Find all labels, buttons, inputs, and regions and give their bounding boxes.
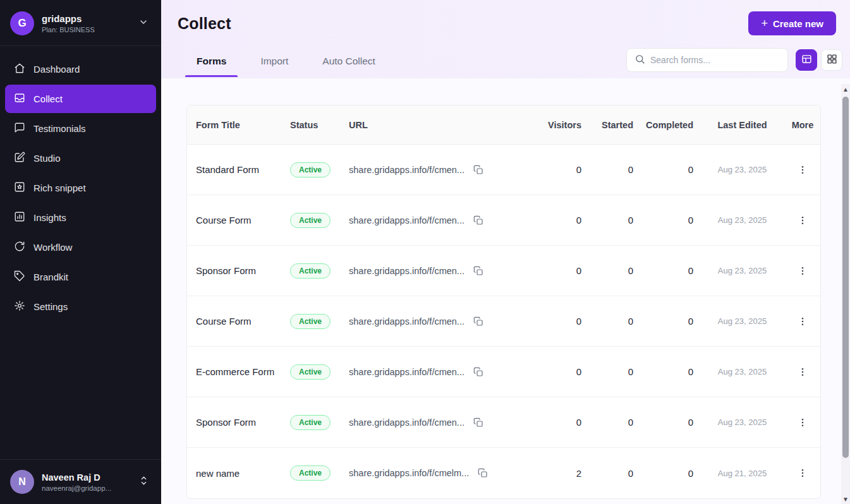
table-row[interactable]: Course Form Active share.gridapps.info/f… [187, 296, 820, 347]
sidebar-item-testimonials[interactable]: Testimonials [5, 114, 156, 143]
column-header-completed: Completed [640, 120, 700, 130]
more-cell [785, 212, 820, 229]
tabs-row: Forms Import Auto Collect [161, 44, 850, 78]
tag-icon [14, 270, 25, 284]
status-cell: Active [286, 314, 345, 329]
user-account[interactable]: N Naveen Raj D naveenraj@gridapp... [0, 459, 161, 504]
form-title-cell: Sponsor Form [187, 417, 286, 428]
create-new-button[interactable]: + Create new [748, 11, 836, 35]
scroll-up-icon[interactable]: ▲ [841, 84, 850, 94]
status-badge: Active [290, 465, 331, 481]
sidebar-item-collect[interactable]: Collect [5, 85, 156, 113]
copy-url-button[interactable] [472, 164, 485, 176]
more-actions-button[interactable] [795, 465, 810, 481]
visitors-cell: 2 [531, 468, 588, 479]
more-cell [785, 263, 820, 279]
form-url: share.gridapps.info/f/cmen... [349, 316, 464, 327]
tab-import[interactable]: Import [258, 49, 291, 77]
last-edited-cell: Aug 23, 2025 [700, 417, 785, 427]
table-view-button[interactable] [796, 49, 817, 71]
table-row[interactable]: Sponsor Form Active share.gridapps.info/… [187, 246, 820, 296]
table-row[interactable]: new name Active share.gridapps.info/f/cm… [187, 448, 820, 498]
copy-url-button[interactable] [472, 315, 485, 328]
copy-url-button[interactable] [472, 265, 485, 277]
more-cell [785, 313, 820, 330]
user-name: Naveen Raj D [42, 472, 129, 483]
user-email: naveenraj@gridapp... [42, 484, 129, 492]
table-row[interactable]: Standard Form Active share.gridapps.info… [187, 145, 820, 195]
more-actions-button[interactable] [795, 263, 810, 279]
search-icon [634, 54, 645, 67]
vertical-scrollbar[interactable]: ▲ ▼ [841, 84, 850, 504]
workspace-switcher[interactable]: G gridapps Plan: BUSINESS [0, 0, 161, 46]
visitors-cell: 0 [531, 164, 588, 175]
sidebar-item-rich-snippet[interactable]: Rich snippet [5, 174, 156, 202]
toolbar [626, 48, 842, 78]
grid-view-button[interactable] [821, 49, 842, 71]
completed-cell: 0 [640, 265, 700, 276]
table-row[interactable]: Sponsor Form Active share.gridapps.info/… [187, 397, 820, 448]
copy-url-button[interactable] [472, 214, 485, 227]
more-actions-button[interactable] [795, 212, 810, 229]
tab-forms[interactable]: Forms [194, 49, 229, 77]
last-edited-cell: Aug 23, 2025 [700, 266, 785, 275]
copy-url-button[interactable] [472, 366, 485, 378]
more-actions-button[interactable] [795, 364, 810, 380]
more-actions-button[interactable] [795, 162, 810, 178]
main-header: Collect + Create new Forms Import Auto C… [161, 0, 850, 78]
form-url: share.gridapps.info/f/cmen... [349, 165, 464, 175]
copy-url-button[interactable] [477, 467, 489, 479]
column-header-last-edited: Last Edited [700, 120, 785, 130]
sidebar-item-brandkit[interactable]: Brandkit [5, 263, 156, 291]
form-title-cell: Standard Form [187, 164, 286, 175]
table-row[interactable]: E-commerce Form Active share.gridapps.in… [187, 347, 820, 397]
more-actions-button[interactable] [795, 414, 810, 431]
chat-bubble-icon [14, 122, 25, 135]
home-icon [14, 63, 25, 76]
table-header-row: Form Title Status URL Visitors Started C… [187, 105, 820, 145]
workspace-name: gridapps [42, 13, 128, 24]
pencil-square-icon [14, 152, 25, 165]
grid-view-icon [827, 54, 837, 66]
status-cell: Active [286, 162, 345, 177]
form-title-cell: Course Form [187, 215, 286, 225]
chevron-up-down-icon[interactable] [137, 472, 151, 491]
sidebar-item-insights[interactable]: Insights [5, 203, 156, 232]
user-meta: Naveen Raj D naveenraj@gridapp... [42, 472, 129, 492]
table-row[interactable]: Course Form Active share.gridapps.info/f… [187, 195, 820, 246]
chevron-down-icon[interactable] [136, 15, 151, 32]
status-badge: Active [290, 213, 331, 228]
completed-cell: 0 [640, 468, 700, 479]
view-toggle [796, 49, 842, 71]
sidebar-item-studio[interactable]: Studio [5, 144, 156, 172]
tab-auto-collect[interactable]: Auto Collect [320, 49, 378, 77]
more-actions-button[interactable] [795, 313, 810, 330]
form-url: share.gridapps.info/f/cmen... [349, 417, 464, 428]
last-edited-cell: Aug 23, 2025 [700, 215, 785, 225]
copy-url-button[interactable] [472, 416, 485, 429]
status-cell: Active [286, 415, 345, 430]
workspace-meta: gridapps Plan: BUSINESS [42, 13, 128, 33]
collect-icon [14, 92, 25, 105]
completed-cell: 0 [640, 164, 700, 175]
url-cell: share.gridapps.info/f/cmen... [345, 416, 531, 429]
column-header-url: URL [345, 120, 531, 130]
sidebar-item-settings[interactable]: Settings [5, 292, 156, 321]
scrollbar-track[interactable] [841, 94, 850, 494]
visitors-cell: 0 [531, 265, 588, 276]
form-title-cell: new name [187, 468, 286, 479]
started-cell: 0 [588, 468, 640, 479]
sidebar-item-dashboard[interactable]: Dashboard [5, 55, 156, 83]
form-url: share.gridapps.info/f/cmen... [349, 367, 464, 377]
scrollbar-thumb[interactable] [842, 97, 849, 458]
scroll-down-icon[interactable]: ▼ [841, 494, 850, 504]
status-badge: Active [290, 314, 331, 329]
column-header-started: Started [588, 120, 640, 130]
search-input[interactable] [650, 55, 780, 65]
url-cell: share.gridapps.info/f/cmen... [345, 315, 531, 328]
create-new-label: Create new [773, 18, 823, 29]
sidebar-item-workflow[interactable]: Workflow [5, 233, 156, 261]
started-cell: 0 [588, 417, 640, 428]
status-badge: Active [290, 415, 331, 430]
status-cell: Active [286, 213, 345, 228]
